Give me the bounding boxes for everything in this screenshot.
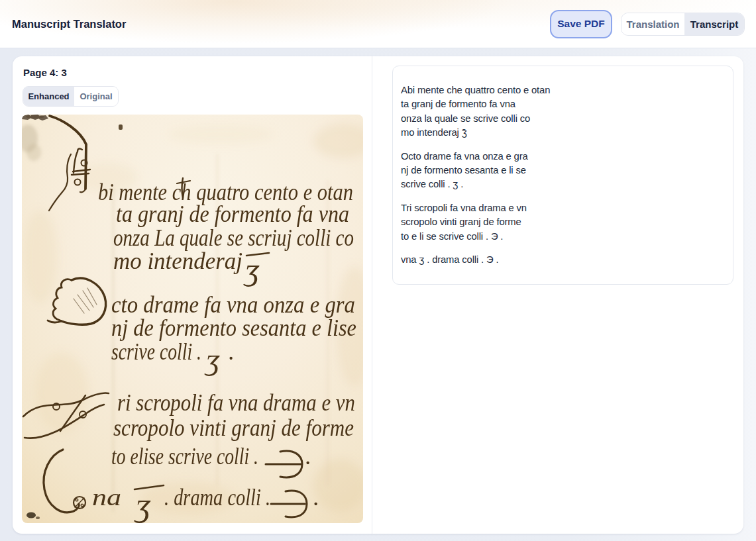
svg-text:to elise scrive colli .: to elise scrive colli .: [111, 443, 258, 469]
svg-text:na: na: [92, 484, 121, 511]
svg-text:scropolo vinti granj de forme: scropolo vinti granj de forme: [113, 415, 354, 441]
svg-text:.: .: [313, 484, 319, 511]
svg-text:. drama colli .: . drama colli .: [164, 484, 270, 511]
svg-text:.: .: [229, 338, 235, 365]
svg-text:ri scropoli fa vna drama e vn: ri scropoli fa vna drama e vn: [117, 389, 355, 416]
svg-text:mo intenderaj: mo intenderaj: [113, 248, 243, 274]
svg-text:cto drame fa vna onza e gra: cto drame fa vna onza e gra: [111, 291, 355, 318]
svg-text:scrive colli .: scrive colli .: [111, 338, 201, 365]
svg-text:ʒ: ʒ: [133, 486, 151, 523]
svg-text:ʒ: ʒ: [243, 252, 260, 287]
svg-text:ʒ: ʒ: [204, 342, 220, 376]
svg-text:onza La quale se scriuj colli: onza La quale se scriuj colli co: [113, 224, 354, 251]
svg-text:nj de formento sesanta e lise: nj de formento sesanta e lise: [111, 315, 356, 341]
svg-text:ta granj de formento fa vna: ta granj de formento fa vna: [116, 201, 349, 227]
svg-text:.: .: [305, 443, 311, 469]
